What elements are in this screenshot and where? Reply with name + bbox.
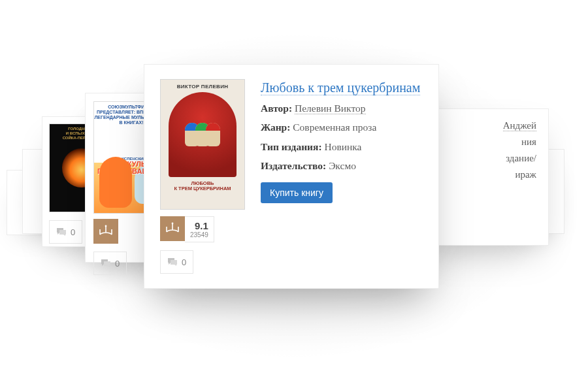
svg-point-0 [105, 225, 107, 227]
author-label: Автор: [261, 103, 292, 114]
text-fragment: ираж [431, 169, 536, 180]
buy-button[interactable]: Купить книгу [261, 182, 333, 203]
book-cover-main[interactable]: ВИКТОР ПЕЛЕВИН ЛЮБОВЬ К ТРЕМ ЦУКЕРБРИНАМ [160, 79, 245, 210]
comments-count: 0 [71, 227, 75, 237]
cover-title: ЛЮБОВЬ К ТРЕМ ЦУКЕРБРИНАМ [174, 177, 231, 192]
publisher-value: Эксмо [329, 160, 356, 171]
comments-count: 0 [115, 259, 120, 269]
publisher-label: Издательство: [261, 160, 326, 171]
comments-button[interactable]: 0 [160, 250, 193, 274]
meta-author: Автор: Пелевин Виктор [261, 101, 423, 116]
book-title-link[interactable]: Любовь к трем цукербринам [261, 80, 420, 95]
author-link-fragment[interactable]: Анджей [503, 120, 536, 131]
edition-label: Тип издания: [261, 141, 322, 152]
rating-votes: 23549 [190, 232, 208, 238]
comments-icon [56, 227, 67, 237]
rating-score: 9.1 [195, 221, 208, 231]
genre-label: Жанр: [261, 122, 290, 133]
comments-button[interactable]: 0 [93, 252, 127, 275]
comments-count: 0 [182, 257, 186, 267]
rating-icon [160, 216, 185, 241]
comments-icon [167, 257, 178, 267]
edition-value: Новинка [324, 141, 361, 152]
author-link[interactable]: Пелевин Виктор [295, 103, 366, 114]
meta-publisher: Издательство: Эксмо [261, 158, 423, 173]
meta-edition: Тип издания: Новинка [261, 139, 423, 154]
comments-button[interactable]: 0 [49, 220, 82, 244]
rating-icon [93, 219, 118, 244]
svg-point-1 [172, 223, 174, 225]
cover-art [169, 92, 237, 177]
book-card-main: ВИКТОР ПЕЛЕВИН ЛЮБОВЬ К ТРЕМ ЦУКЕРБРИНАМ [144, 64, 439, 289]
text-fragment: здание/ [431, 153, 536, 164]
genre-value: Современная проза [293, 122, 376, 133]
comments-icon [101, 259, 111, 268]
meta-genre: Жанр: Современная проза [261, 120, 423, 135]
rating-value: 9.1 23549 [185, 216, 214, 242]
text-fragment: ния [431, 137, 536, 148]
cover-author: ВИКТОР ПЕЛЕВИН [177, 80, 229, 90]
